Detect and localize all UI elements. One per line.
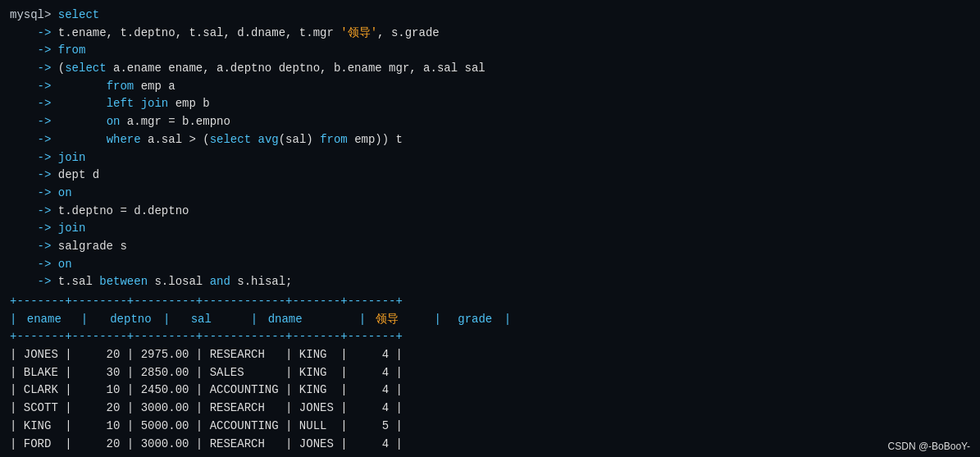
kw-from-3: from bbox=[320, 131, 348, 149]
sql-content-3: ( bbox=[58, 60, 65, 78]
sql-line-7: -> where a.sal > (select avg(sal) from e… bbox=[10, 131, 970, 149]
sql-line-0: mysql> select bbox=[10, 7, 970, 25]
sql-indent-4 bbox=[58, 78, 107, 96]
sql-line-5: -> left join emp b bbox=[10, 95, 970, 113]
sql-indent-7 bbox=[58, 131, 107, 149]
col-header-sal: sal bbox=[177, 311, 251, 329]
sql-content-15a: t.sal bbox=[58, 273, 99, 291]
col-header-dname: dname bbox=[265, 311, 359, 329]
sql-indent-6 bbox=[58, 113, 107, 131]
sql-line-2: -> from bbox=[10, 42, 970, 60]
sql-line-9: -> dept d bbox=[10, 167, 970, 185]
sql-line-10: -> on bbox=[10, 185, 970, 203]
sql-content-15b: s.losal bbox=[148, 273, 210, 291]
header-pipe-0: | bbox=[10, 311, 24, 329]
sql-content-9: dept d bbox=[58, 167, 99, 185]
kw-on-2: on bbox=[58, 185, 72, 203]
sql-content-1: t.ename, t.deptno, t.sal, d.dname, t.mgr bbox=[58, 25, 340, 43]
kw-and: and bbox=[210, 273, 230, 291]
sql-content-7: a.sal > ( bbox=[141, 131, 210, 149]
arrow-prompt-13: -> bbox=[10, 238, 58, 256]
arrow-prompt-11: -> bbox=[10, 203, 58, 221]
table-row: | CLARK | 10 | 2450.00 | ACCOUNTING | KI… bbox=[10, 382, 970, 400]
table-header-border: +-------+--------+---------+------------… bbox=[10, 328, 970, 346]
sql-content-7d: emp)) t bbox=[348, 131, 403, 149]
sql-content-4: emp a bbox=[134, 78, 175, 96]
kw-where: where bbox=[107, 131, 141, 149]
kw-avg: avg bbox=[258, 131, 278, 149]
sql-line-12: -> join bbox=[10, 220, 970, 238]
table-row: | BLAKE | 30 | 2850.00 | SALES | KING | … bbox=[10, 364, 970, 382]
arrow-prompt-14: -> bbox=[10, 256, 58, 274]
header-pipe-6: | bbox=[497, 311, 511, 329]
col-header-grade: grade bbox=[448, 311, 497, 329]
sql-line-14: -> on bbox=[10, 256, 970, 274]
sql-content-7c: (sal) bbox=[279, 131, 320, 149]
sql-line-1: -> t.ename, t.deptno, t.sal, d.dname, t.… bbox=[10, 25, 970, 43]
arrow-prompt-2: -> bbox=[10, 42, 58, 60]
arrow-prompt-5: -> bbox=[10, 95, 58, 113]
table-header: | ename | deptno | sal | dname | 领导 | gr… bbox=[10, 311, 970, 329]
table-row: | FORD | 20 | 3000.00 | RESEARCH | JONES… bbox=[10, 436, 970, 454]
sql-line-13: -> salgrade s bbox=[10, 238, 970, 256]
col-header-leader: 领导 bbox=[372, 311, 434, 329]
kw-join-2: join bbox=[58, 220, 86, 238]
header-pipe-5: | bbox=[434, 311, 448, 329]
sql-line-3: -> (select a.ename ename, a.deptno deptn… bbox=[10, 60, 970, 78]
kw-from-2: from bbox=[107, 78, 134, 96]
kw-between: between bbox=[99, 273, 148, 291]
sql-content-7b bbox=[251, 131, 258, 149]
arrow-prompt-12: -> bbox=[10, 220, 58, 238]
arrow-prompt-4: -> bbox=[10, 78, 58, 96]
sql-line-15: -> t.sal between s.losal and s.hisal; bbox=[10, 273, 970, 291]
mysql-prompt: mysql> bbox=[10, 7, 58, 25]
header-pipe-4: | bbox=[359, 311, 373, 329]
sql-line-11: -> t.deptno = d.deptno bbox=[10, 203, 970, 221]
table-row: | JONES | 20 | 2975.00 | RESEARCH | KING… bbox=[10, 346, 970, 364]
sql-indent-5 bbox=[58, 95, 107, 113]
watermark: CSDN @-BoBooY- bbox=[888, 441, 970, 452]
kw-select-2: select bbox=[65, 60, 106, 78]
sql-line-6: -> on a.mgr = b.empno bbox=[10, 113, 970, 131]
arrow-prompt-15: -> bbox=[10, 273, 58, 291]
col-header-ename: ename bbox=[24, 311, 81, 329]
kw-on-3: on bbox=[58, 256, 72, 274]
sql-line-4: -> from emp a bbox=[10, 78, 970, 96]
kw-on-1: on bbox=[107, 113, 121, 131]
sql-content-3b: a.ename ename, a.deptno deptno, b.ename … bbox=[107, 60, 485, 78]
header-pipe-3: | bbox=[251, 311, 265, 329]
arrow-prompt-6: -> bbox=[10, 113, 58, 131]
col-header-deptno: deptno bbox=[95, 311, 157, 329]
kw-left: left join bbox=[107, 95, 169, 113]
header-pipe-1: | bbox=[81, 311, 95, 329]
sql-content-5: emp b bbox=[168, 95, 209, 113]
table-row: | KING | 10 | 5000.00 | ACCOUNTING | NUL… bbox=[10, 418, 970, 436]
sql-content-15c: s.hisal; bbox=[230, 273, 293, 291]
table-row: | SCOTT | 20 | 3000.00 | RESEARCH | JONE… bbox=[10, 400, 970, 418]
leader-label: '领导' bbox=[340, 25, 377, 43]
arrow-prompt-1: -> bbox=[10, 25, 58, 43]
terminal-window: mysql> select -> t.ename, t.deptno, t.sa… bbox=[0, 0, 980, 457]
kw-join-1: join bbox=[58, 149, 86, 167]
keyword-from-1: from bbox=[58, 42, 86, 60]
arrow-prompt-8: -> bbox=[10, 149, 58, 167]
sql-line-8: -> join bbox=[10, 149, 970, 167]
arrow-prompt-7: -> bbox=[10, 131, 58, 149]
result-table: +-------+--------+---------+------------… bbox=[10, 293, 970, 457]
keyword-select: select bbox=[58, 7, 99, 25]
sql-content-1b: , s.grade bbox=[377, 25, 440, 43]
header-pipe-2: | bbox=[157, 311, 177, 329]
arrow-prompt-10: -> bbox=[10, 185, 58, 203]
table-border-bottom: +-------+--------+---------+------------… bbox=[10, 453, 970, 457]
sql-content-11: t.deptno = d.deptno bbox=[58, 203, 189, 221]
table-border-top: +-------+--------+---------+------------… bbox=[10, 293, 970, 311]
sql-content-13: salgrade s bbox=[58, 238, 127, 256]
arrow-prompt-3: -> bbox=[10, 60, 58, 78]
arrow-prompt-9: -> bbox=[10, 167, 58, 185]
sql-content-6: a.mgr = b.empno bbox=[120, 113, 230, 131]
kw-select-3: select bbox=[210, 131, 251, 149]
